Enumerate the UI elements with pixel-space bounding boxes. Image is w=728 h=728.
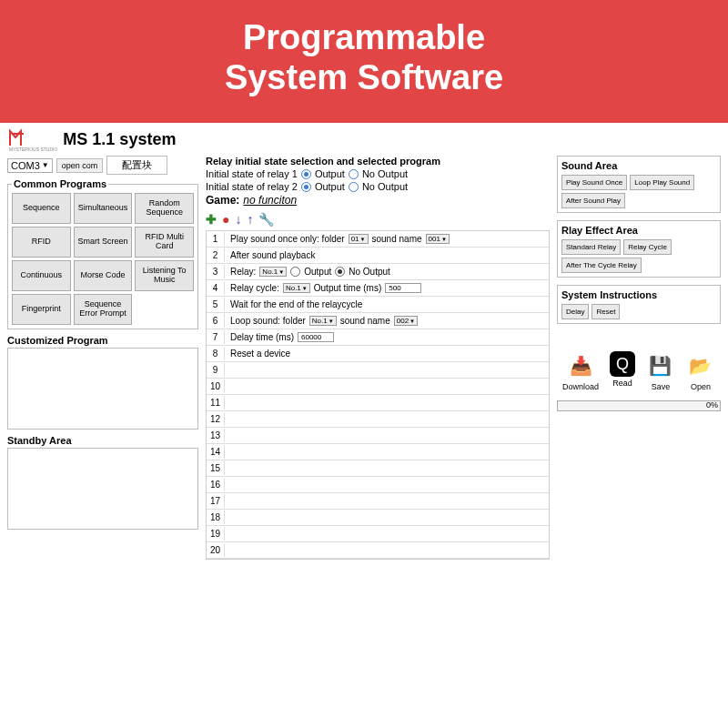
program-button[interactable]: Sequence Error Prompt — [74, 294, 133, 325]
step-row[interactable]: 15 — [207, 460, 549, 477]
step-row[interactable]: 7Delay time (ms)60000 — [207, 329, 549, 346]
step-row[interactable]: 18 — [207, 510, 549, 526]
step-number: 5 — [207, 298, 225, 311]
step-row[interactable]: 13 — [207, 428, 549, 444]
standby-area-label: Standby Area — [7, 435, 198, 446]
step-radio[interactable] — [290, 267, 300, 277]
step-input[interactable]: 60000 — [298, 332, 334, 342]
step-number: 9 — [207, 363, 225, 377]
step-row[interactable]: 16 — [207, 477, 549, 493]
system-instruction-tag[interactable]: Delay — [561, 304, 589, 319]
step-combo[interactable]: No.1 — [309, 316, 337, 326]
step-row[interactable]: 14 — [207, 444, 549, 460]
relay1-nooutput-radio[interactable] — [349, 169, 359, 179]
program-button[interactable]: Sequence — [12, 193, 71, 224]
program-button[interactable]: Morse Code — [74, 260, 133, 291]
step-number: 1 — [207, 232, 225, 246]
step-combo[interactable]: 01 — [349, 234, 369, 244]
step-row[interactable]: 11 — [207, 395, 549, 411]
relay-effect-tag[interactable]: After The Cycle Relay — [561, 258, 642, 273]
step-row[interactable]: 2After sound playback — [207, 248, 549, 264]
step-number: 13 — [207, 429, 225, 442]
config-button[interactable]: 配置块 — [106, 156, 167, 175]
relay-effect-title: Rlay Effect Area — [561, 225, 716, 236]
step-row[interactable]: 10 — [207, 379, 549, 395]
read-button[interactable]: QRead — [610, 351, 635, 391]
game-label: Game: — [206, 194, 239, 207]
step-number: 16 — [207, 478, 225, 491]
step-number: 12 — [207, 412, 225, 426]
step-row[interactable]: 5Wait for the end of the relaycycle — [207, 297, 549, 313]
open-com-button[interactable]: open com — [56, 158, 104, 173]
step-number: 11 — [207, 396, 225, 410]
step-number: 8 — [207, 347, 225, 360]
step-row[interactable]: 12 — [207, 411, 549, 428]
banner-line1: Programmable — [0, 18, 728, 58]
step-row[interactable]: 9 — [207, 362, 549, 379]
step-row[interactable]: 6Loop sound: folderNo.1sound name002 — [207, 313, 549, 329]
logo-icon: MYSTERIOUS STUDIO — [7, 126, 57, 152]
step-number: 17 — [207, 494, 225, 508]
remove-icon[interactable]: ● — [222, 212, 229, 227]
down-icon[interactable]: ↓ — [235, 212, 241, 227]
sound-tag[interactable]: After Sound Play — [561, 193, 625, 208]
program-button[interactable]: Random Sequence — [135, 193, 194, 224]
step-row[interactable]: 19 — [207, 526, 549, 542]
standby-area[interactable] — [7, 448, 198, 530]
step-row[interactable]: 17 — [207, 493, 549, 510]
step-list: 1Play sound once only: folder01sound nam… — [206, 230, 550, 560]
program-button[interactable]: Listening To Music — [135, 260, 194, 291]
relay2-output-radio[interactable] — [301, 182, 311, 192]
program-button[interactable]: Fingerprint — [12, 294, 71, 325]
wrench-icon[interactable]: 🔧 — [258, 212, 274, 227]
com-port-select[interactable]: COM3 — [7, 158, 53, 173]
common-programs-legend: Common Programs — [12, 178, 108, 189]
step-number: 19 — [207, 527, 225, 541]
step-combo[interactable]: 001 — [426, 234, 450, 244]
step-number: 7 — [207, 330, 225, 344]
customized-program-label: Customized Program — [7, 335, 198, 346]
relay2-row: Initial state of relay 2 Output No Outpu… — [206, 181, 550, 192]
system-instruction-tag[interactable]: Reset — [592, 304, 620, 319]
step-number: 3 — [207, 265, 225, 278]
step-row[interactable]: 3Relay:No.1OutputNo Output — [207, 264, 549, 280]
step-row[interactable]: 8Reset a device — [207, 346, 549, 362]
save-button[interactable]: 💾Save — [646, 351, 675, 391]
relay-effect-tag[interactable]: Relay Cycle — [623, 239, 672, 255]
open-button[interactable]: 📂Open — [686, 351, 715, 391]
sound-tag[interactable]: Play Sound Once — [561, 175, 627, 190]
common-programs-group: Common Programs SequenceSimultaneousRand… — [7, 178, 198, 329]
program-button[interactable]: Simultaneous — [74, 193, 133, 224]
step-number: 14 — [207, 445, 225, 459]
program-button[interactable]: Smart Screen — [74, 227, 133, 258]
relay2-nooutput-radio[interactable] — [349, 182, 359, 192]
step-row[interactable]: 1Play sound once only: folder01sound nam… — [207, 231, 549, 248]
step-radio[interactable] — [335, 267, 345, 277]
relay-effect-box: Rlay Effect Area Standard RelayRelay Cyc… — [557, 220, 721, 278]
step-row[interactable]: 20 — [207, 542, 549, 559]
program-button[interactable]: RFID Multi Card — [135, 227, 194, 258]
relay1-row: Initial state of relay 1 Output No Outpu… — [206, 168, 550, 179]
download-button[interactable]: 📥Download — [562, 351, 599, 391]
program-button[interactable]: Continuous — [12, 260, 71, 291]
step-combo[interactable]: No.1 — [259, 267, 287, 277]
system-instructions-title: System Instructions — [561, 289, 716, 300]
step-input[interactable]: 500 — [385, 283, 421, 293]
step-number: 20 — [207, 543, 225, 557]
step-number: 18 — [207, 511, 225, 524]
program-button[interactable]: RFID — [12, 227, 71, 258]
step-number: 15 — [207, 461, 225, 475]
relay1-output-radio[interactable] — [301, 169, 311, 179]
step-number: 2 — [207, 248, 225, 262]
progress-label: 0% — [706, 400, 718, 410]
step-combo[interactable]: 002 — [394, 316, 418, 326]
up-icon[interactable]: ↑ — [247, 212, 253, 227]
relay-effect-tag[interactable]: Standard Relay — [561, 239, 621, 255]
step-row[interactable]: 4Relay cycle:No.1Output time (ms)500 — [207, 280, 549, 297]
sound-tag[interactable]: Loop Play Sound — [630, 175, 694, 190]
add-icon[interactable]: ✚ — [206, 212, 217, 227]
step-number: 10 — [207, 379, 225, 393]
customized-program-area[interactable] — [7, 348, 198, 430]
banner-line2: System Software — [0, 58, 728, 98]
step-combo[interactable]: No.1 — [283, 283, 310, 293]
